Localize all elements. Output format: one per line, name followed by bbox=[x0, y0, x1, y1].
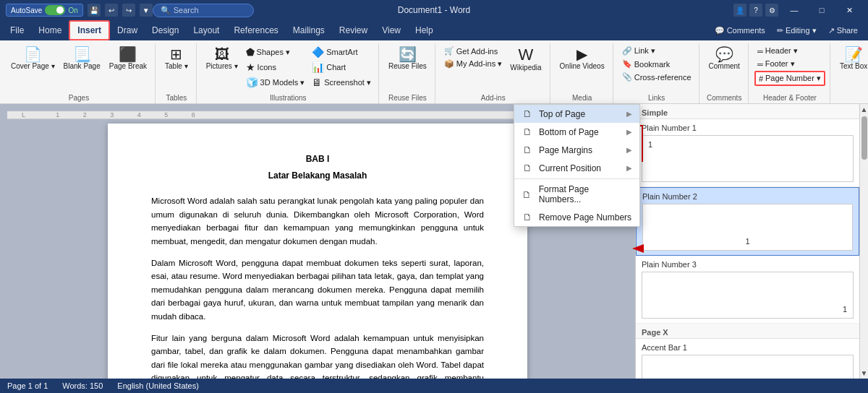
tab-insert[interactable]: Insert bbox=[69, 20, 110, 40]
language: English (United States) bbox=[117, 381, 199, 390]
tab-review[interactable]: Review bbox=[332, 20, 375, 40]
title-bar-right: 👤 ? ⚙ — □ ✕ bbox=[733, 0, 862, 20]
bookmark-icon: 🔖 bbox=[622, 59, 632, 69]
icons-button[interactable]: ★ Icons bbox=[243, 60, 308, 74]
autosave-badge: AutoSave On bbox=[6, 4, 83, 17]
comment-button[interactable]: 💬 Comment bbox=[705, 45, 744, 72]
pictures-icon: 🖼 bbox=[215, 47, 229, 61]
links-group-label: Links bbox=[648, 94, 665, 103]
get-addins-icon: 🛒 bbox=[444, 46, 454, 56]
smartart-icon: 🔷 bbox=[312, 46, 324, 58]
tab-view[interactable]: View bbox=[375, 20, 408, 40]
illustrations-items: 🖼 Pictures ▾ ⬟ Shapes ▾ ★ Icons 🧊 3D Mod… bbox=[203, 43, 374, 94]
tab-design[interactable]: Design bbox=[145, 20, 186, 40]
search-icon: 🔍 bbox=[161, 6, 171, 15]
gallery-item-plain-number-3[interactable]: Plain Number 3 1 bbox=[636, 256, 859, 324]
top-of-page-arrow: ▶ bbox=[626, 110, 632, 118]
tab-draw[interactable]: Draw bbox=[110, 20, 145, 40]
dropdown-item-page-margins[interactable]: 🗋 Page Margins ▶ bbox=[514, 141, 639, 159]
reuse-files-label: Reuse Files bbox=[388, 63, 427, 70]
format-page-numbers-label: Format Page Numbers... bbox=[539, 184, 632, 204]
page-break-button[interactable]: ⬛ Page Break bbox=[106, 45, 150, 72]
dropdown-item-top-of-page[interactable]: 🗋 Top of Page ▶ bbox=[514, 105, 639, 123]
close-button[interactable]: ✕ bbox=[836, 0, 862, 20]
smartart-button[interactable]: 🔷 SmartArt bbox=[309, 45, 374, 59]
tab-layout[interactable]: Layout bbox=[186, 20, 226, 40]
help-icon[interactable]: ? bbox=[749, 4, 762, 17]
page-number-dropdown[interactable]: 🗋 Top of Page ▶ 🗋 Bottom of Page ▶ 🗋 Pag… bbox=[514, 104, 640, 227]
redo-icon[interactable]: ↪ bbox=[122, 4, 135, 17]
ribbon-group-reuse: 🔄 Reuse Files Reuse Files bbox=[380, 43, 435, 103]
save-icon[interactable]: 💾 bbox=[88, 4, 101, 17]
ribbon-content: 📄 Cover Page ▾ 📃 Blank Page ⬛ Page Break… bbox=[0, 40, 868, 104]
pages-items: 📄 Cover Page ▾ 📃 Blank Page ⬛ Page Break bbox=[7, 43, 150, 94]
reuse-files-button[interactable]: 🔄 Reuse Files bbox=[385, 45, 430, 72]
autosave-state: On bbox=[68, 7, 77, 14]
editing-button[interactable]: ✏ Editing ▾ bbox=[773, 25, 821, 37]
chart-button[interactable]: 📊 Chart bbox=[309, 60, 374, 74]
online-videos-label: Online Videos bbox=[560, 63, 605, 70]
gallery-scrollbar[interactable]: ▲ ▼ bbox=[859, 104, 868, 379]
tables-items: ⊞ Table ▾ bbox=[161, 43, 192, 94]
cross-reference-button[interactable]: 📎 Cross-reference bbox=[619, 71, 694, 83]
plain-number-1-value: 1 bbox=[648, 140, 652, 149]
online-videos-button[interactable]: ▶ Online Videos bbox=[556, 45, 608, 72]
tab-help[interactable]: Help bbox=[408, 20, 441, 40]
document-title: Document1 - Word bbox=[398, 5, 470, 15]
gallery-item-accent-bar-1[interactable]: Accent Bar 1 1|... bbox=[636, 339, 859, 379]
link-button[interactable]: 🔗 Link ▾ bbox=[619, 45, 694, 57]
window-controls: — □ ✕ bbox=[781, 0, 862, 20]
ribbon-group-media: ▶ Online Videos Media bbox=[552, 43, 613, 103]
dropdown-item-format-page-numbers[interactable]: 🗋 Format Page Numbers... bbox=[514, 181, 639, 208]
gallery-item-plain-number-2[interactable]: Plain Number 2 1 bbox=[636, 187, 859, 256]
text-box-button[interactable]: 📝 Text Box bbox=[836, 45, 868, 72]
header-button[interactable]: ═ Header ▾ bbox=[754, 45, 825, 57]
share-button[interactable]: ↗ Share bbox=[824, 25, 862, 37]
media-group-label: Media bbox=[572, 94, 592, 103]
my-addins-button[interactable]: 📦 My Add-ins ▾ bbox=[441, 58, 505, 70]
plain-number-2-thumb: 1 bbox=[642, 204, 853, 251]
right-panel-wrapper: Simple Plain Number 1 1 Plain Number 2 1… bbox=[635, 104, 868, 379]
footer-icon: ═ bbox=[757, 60, 763, 69]
dropdown-item-remove-page-numbers[interactable]: 🗋 Remove Page Numbers bbox=[514, 208, 639, 226]
top-of-page-icon: 🗋 bbox=[522, 108, 533, 119]
account-icon[interactable]: 👤 bbox=[733, 4, 746, 17]
pictures-button[interactable]: 🖼 Pictures ▾ bbox=[203, 45, 242, 72]
footer-button[interactable]: ═ Footer ▾ bbox=[754, 58, 825, 70]
customize-icon[interactable]: ▼ bbox=[140, 4, 153, 17]
tables-group-label: Tables bbox=[166, 94, 187, 103]
screenshot-button[interactable]: 🖥 Screenshot ▾ bbox=[309, 75, 374, 90]
page-number-button[interactable]: # Page Number ▾ bbox=[754, 71, 825, 86]
tab-file[interactable]: File bbox=[3, 20, 31, 40]
addins-group-label: Add-ins bbox=[481, 94, 506, 103]
dropdown-item-bottom-of-page[interactable]: 🗋 Bottom of Page ▶ bbox=[514, 123, 639, 141]
gallery-section-simple: Simple bbox=[636, 104, 859, 119]
cover-page-button[interactable]: 📄 Cover Page ▾ bbox=[7, 45, 59, 72]
gallery-item-plain-number-1[interactable]: Plain Number 1 1 bbox=[636, 119, 859, 187]
blank-page-button[interactable]: 📃 Blank Page bbox=[60, 45, 104, 72]
maximize-button[interactable]: □ bbox=[809, 0, 835, 20]
table-button[interactable]: ⊞ Table ▾ bbox=[161, 45, 192, 72]
icons-icon: ★ bbox=[246, 61, 255, 73]
scrollbar-thumb[interactable] bbox=[861, 116, 867, 160]
search-box[interactable]: 🔍 Search bbox=[153, 4, 254, 17]
comments-button[interactable]: 💬 Comments bbox=[710, 25, 770, 37]
settings-icon[interactable]: ⚙ bbox=[765, 4, 778, 17]
wikipedia-label: Wikipedia bbox=[510, 64, 541, 72]
dropdown-item-current-position[interactable]: 🗋 Current Position ▶ bbox=[514, 159, 639, 177]
autosave-toggle[interactable] bbox=[45, 5, 65, 15]
pages-group-label: Pages bbox=[69, 94, 89, 103]
tab-references[interactable]: References bbox=[226, 20, 285, 40]
undo-icon[interactable]: ↩ bbox=[105, 4, 118, 17]
3d-models-button[interactable]: 🧊 3D Models ▾ bbox=[243, 75, 308, 90]
get-addins-button[interactable]: 🛒 Get Add-ins bbox=[441, 45, 505, 57]
minimize-button[interactable]: — bbox=[781, 0, 807, 20]
text-box-label: Text Box bbox=[840, 63, 867, 70]
wikipedia-button[interactable]: W Wikipedia bbox=[506, 45, 545, 74]
scroll-up-icon[interactable]: ▲ bbox=[861, 104, 868, 113]
shapes-button[interactable]: ⬟ Shapes ▾ bbox=[243, 45, 308, 59]
bookmark-button[interactable]: 🔖 Bookmark bbox=[619, 58, 694, 70]
tab-mailings[interactable]: Mailings bbox=[286, 20, 332, 40]
tab-home[interactable]: Home bbox=[31, 20, 69, 40]
scroll-down-icon[interactable]: ▼ bbox=[861, 369, 868, 379]
